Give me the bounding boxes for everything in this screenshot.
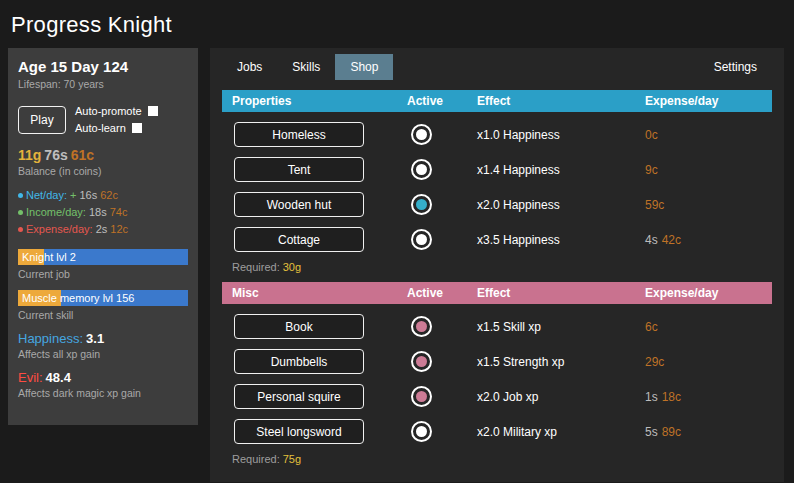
sidebar: Age 15 Day 124 Lifespan: 70 years Play A… xyxy=(8,48,198,425)
tab-settings[interactable]: Settings xyxy=(699,54,772,80)
active-indicator-wooden-hut[interactable] xyxy=(411,194,432,215)
shop-row-book: Book x1.5 Skill xp 6c xyxy=(222,309,772,344)
shop-item-wooden-hut-button[interactable]: Wooden hut xyxy=(234,192,364,217)
properties-required: Required:30g xyxy=(222,257,772,282)
expense-copper-value: 89c xyxy=(662,425,681,439)
indicator-dot xyxy=(416,426,427,437)
expense-cottage: 4s42c xyxy=(645,233,772,247)
auto-learn-toggle[interactable]: Auto-learn xyxy=(75,122,158,134)
auto-options: Auto-promote Auto-learn xyxy=(75,105,158,134)
expense-copper-value: 29c xyxy=(645,355,664,369)
required-value: 75g xyxy=(283,453,301,465)
effect-book: x1.5 Skill xp xyxy=(477,320,645,334)
properties-col-effect: Effect xyxy=(477,94,645,108)
effect-cottage: x3.5 Happiness xyxy=(477,233,645,247)
expense-book: 6c xyxy=(645,320,772,334)
shop-row-cottage: Cottage x3.5 Happiness 4s42c xyxy=(222,222,772,257)
balance-gold: 11g xyxy=(18,147,41,163)
shop-row-wooden-hut: Wooden hut x2.0 Happiness 59c xyxy=(222,187,772,222)
active-indicator-cottage[interactable] xyxy=(411,229,432,250)
income-copper: 74c xyxy=(110,206,128,218)
expense-copper-value: 0c xyxy=(645,128,658,142)
indicator-dot xyxy=(416,234,427,245)
shop-item-homeless-button[interactable]: Homeless xyxy=(234,122,364,147)
shop-row-tent: Tent x1.4 Happiness 9c xyxy=(222,152,772,187)
shop-item-cottage-button[interactable]: Cottage xyxy=(234,227,364,252)
shop-item-personal-squire-button[interactable]: Personal squire xyxy=(234,384,364,409)
happiness-label: Happiness: xyxy=(18,331,83,346)
active-indicator-steel-longsword[interactable] xyxy=(411,421,432,442)
active-indicator-dumbbells[interactable] xyxy=(411,351,432,372)
balance-amount: 11g76s61c xyxy=(18,147,188,163)
balance-copper: 61c xyxy=(71,147,94,163)
required-label: Required: xyxy=(232,453,280,465)
income-silver: 18s xyxy=(89,206,107,218)
effect-wooden-hut: x2.0 Happiness xyxy=(477,198,645,212)
play-button[interactable]: Play xyxy=(18,106,66,134)
expense-tent: 9c xyxy=(645,163,772,177)
indicator-dot xyxy=(416,164,427,175)
auto-learn-label: Auto-learn xyxy=(75,122,126,134)
expense-copper: 12c xyxy=(110,223,128,235)
properties-col-expense: Expense/day xyxy=(645,94,772,108)
expense-copper-value: 9c xyxy=(645,163,658,177)
shop-item-tent-button[interactable]: Tent xyxy=(234,157,364,182)
effect-steel-longsword: x2.0 Military xp xyxy=(477,425,645,439)
expense-homeless: 0c xyxy=(645,128,772,142)
shop-item-book-button[interactable]: Book xyxy=(234,314,364,339)
shop-row-steel-longsword: Steel longsword x2.0 Military xp 5s89c xyxy=(222,414,772,449)
layout: Age 15 Day 124 Lifespan: 70 years Play A… xyxy=(0,48,794,482)
active-indicator-personal-squire[interactable] xyxy=(411,386,432,407)
expense-copper-value: 42c xyxy=(662,233,681,247)
shop-item-steel-longsword-button[interactable]: Steel longsword xyxy=(234,419,364,444)
effect-dumbbells: x1.5 Strength xp xyxy=(477,355,645,369)
happiness-caption: Affects all xp gain xyxy=(18,348,188,360)
misc-col-expense: Expense/day xyxy=(645,286,772,300)
play-row: Play Auto-promote Auto-learn xyxy=(18,105,188,134)
misc-title: Misc xyxy=(232,286,407,300)
happiness-stat: Happiness:3.1 xyxy=(18,331,188,346)
properties-section-header: Properties Active Effect Expense/day xyxy=(222,90,772,112)
income-per-day-row: Income/day: 18s 74c xyxy=(18,206,188,218)
net-per-day-row: Net/day: + 16s 62c xyxy=(18,189,188,201)
net-silver: 16s xyxy=(79,189,97,201)
auto-promote-label: Auto-promote xyxy=(75,105,142,117)
indicator-dot xyxy=(416,391,427,402)
active-indicator-book[interactable] xyxy=(411,316,432,337)
shop-row-personal-squire: Personal squire x2.0 Job xp 1s18c xyxy=(222,379,772,414)
happiness-value: 3.1 xyxy=(86,331,104,346)
required-label: Required: xyxy=(232,261,280,273)
lifespan-text: Lifespan: 70 years xyxy=(18,78,188,90)
effect-personal-squire: x2.0 Job xp xyxy=(477,390,645,404)
expense-silver-value: 4s xyxy=(645,233,658,247)
shop-content: Properties Active Effect Expense/day Hom… xyxy=(210,80,784,474)
expense-copper-value: 6c xyxy=(645,320,658,334)
tab-skills[interactable]: Skills xyxy=(277,54,335,80)
auto-learn-checkbox[interactable] xyxy=(132,123,142,133)
misc-section-header: Misc Active Effect Expense/day xyxy=(222,282,772,304)
active-indicator-homeless[interactable] xyxy=(411,124,432,145)
expense-steel-longsword: 5s89c xyxy=(645,425,772,439)
shop-row-dumbbells: Dumbbells x1.5 Strength xp 29c xyxy=(222,344,772,379)
net-bullet-icon xyxy=(18,193,23,198)
balance-silver: 76s xyxy=(44,147,67,163)
balance-caption: Balance (in coins) xyxy=(18,165,188,177)
tab-jobs[interactable]: Jobs xyxy=(222,54,277,80)
evil-value: 48.4 xyxy=(46,370,71,385)
expense-silver-value: 5s xyxy=(645,425,658,439)
auto-promote-checkbox[interactable] xyxy=(148,106,158,116)
expense-silver: 2s xyxy=(96,223,108,235)
misc-col-active: Active xyxy=(407,286,477,300)
active-indicator-tent[interactable] xyxy=(411,159,432,180)
tab-shop[interactable]: Shop xyxy=(335,54,393,80)
current-job-caption: Current job xyxy=(18,268,188,280)
indicator-dot xyxy=(416,356,427,367)
net-plus-sign: + xyxy=(70,189,76,201)
misc-col-effect: Effect xyxy=(477,286,645,300)
net-copper: 62c xyxy=(100,189,118,201)
shop-item-dumbbells-button[interactable]: Dumbbells xyxy=(234,349,364,374)
expense-bullet-icon xyxy=(18,227,23,232)
current-job-progressbar: Knight lvl 2 xyxy=(18,249,188,265)
income-bullet-icon xyxy=(18,210,23,215)
auto-promote-toggle[interactable]: Auto-promote xyxy=(75,105,158,117)
